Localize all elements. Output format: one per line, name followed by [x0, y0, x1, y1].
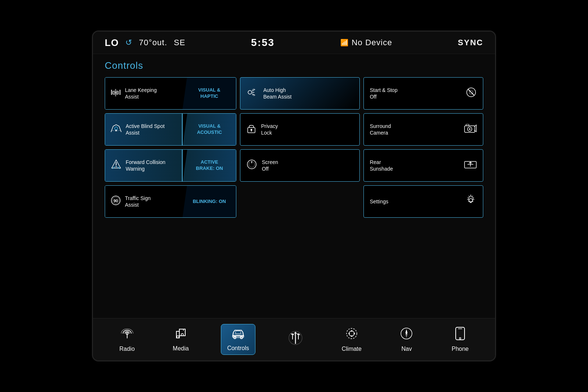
controls-left-column: Lane KeepingAssist VISUAL &HAPTIC [105, 77, 236, 312]
settings-button[interactable]: Settings [363, 185, 483, 218]
maserati-logo-icon [287, 330, 304, 349]
controls-center-column: Auto HighBeam Assist PrivacyLock [240, 77, 360, 312]
header-time: 5:53 [251, 37, 275, 49]
main-screen: LO ↺ 70°out. SE 5:53 📶 No Device SYNC Co… [92, 31, 496, 361]
nav-climate[interactable]: Climate [336, 324, 368, 355]
forward-collision-left: Forward CollisionWarning [105, 150, 183, 181]
svg-rect-4 [115, 95, 116, 96]
start-stop-button[interactable]: Start & StopOff [363, 77, 483, 110]
header-lo: LO [105, 37, 119, 49]
svg-point-14 [248, 90, 252, 94]
nav-controls[interactable]: Controls [221, 324, 255, 355]
surround-camera-button[interactable]: SurroundCamera [363, 113, 483, 146]
nav-radio-label: Radio [119, 346, 135, 352]
svg-point-52 [351, 330, 352, 332]
auto-high-beam-label: Auto HighBeam Assist [263, 87, 291, 100]
svg-point-7 [115, 127, 118, 130]
blind-spot-icon [110, 123, 122, 136]
svg-point-57 [406, 333, 407, 334]
blind-spot-status: VISUAL &ACOUSTIC [183, 114, 236, 145]
blind-spot-left: Active Blind SpotAssist [105, 114, 183, 145]
traffic-sign-left: 90 Traffic SignAssist [105, 186, 183, 217]
climate-icon [345, 327, 359, 343]
rear-sunshade-button[interactable]: RearSunshade [363, 149, 483, 182]
nav-media[interactable]: Media [167, 324, 195, 355]
controls-car-icon [230, 327, 246, 343]
privacy-lock-icon [246, 123, 257, 136]
traffic-sign-status-text: BLINKING: ON [193, 199, 226, 205]
nav-compass-icon [399, 327, 413, 343]
svg-point-21 [251, 129, 252, 131]
page-title: Controls [105, 60, 483, 71]
forward-collision-button[interactable]: Forward CollisionWarning ACTIVEBRAKE: ON [105, 149, 236, 182]
screen-off-label: ScreenOff [262, 159, 278, 172]
svg-rect-6 [114, 92, 118, 93]
nav-phone[interactable]: Phone [446, 324, 474, 355]
svg-point-53 [351, 335, 352, 337]
screen-off-icon [246, 159, 257, 172]
nav-nav-label: Nav [401, 346, 412, 352]
nav-phone-label: Phone [452, 346, 469, 352]
lane-keeping-status-text: VISUAL &HAPTIC [198, 87, 220, 100]
nav-climate-label: Climate [342, 346, 362, 352]
nav-radio[interactable]: Radio [114, 324, 141, 355]
screen-off-button[interactable]: ScreenOff [240, 149, 360, 182]
media-icon [174, 327, 187, 343]
traffic-sign-status: BLINKING: ON [183, 186, 236, 217]
svg-text:90: 90 [114, 199, 118, 203]
controls-grid: Lane KeepingAssist VISUAL &HAPTIC [105, 77, 483, 312]
bt-device-label: No Device [352, 38, 392, 47]
rear-sunshade-icon [464, 159, 477, 172]
header-bar: LO ↺ 70°out. SE 5:53 📶 No Device SYNC [93, 32, 495, 54]
radio-icon [120, 327, 134, 343]
nav-controls-label: Controls [227, 345, 249, 352]
svg-rect-44 [236, 331, 241, 334]
traffic-sign-label: Traffic SignAssist [125, 195, 151, 208]
svg-point-60 [459, 338, 461, 339]
blind-spot-label: Active Blind SpotAssist [126, 123, 165, 136]
surround-camera-icon [464, 123, 477, 136]
lane-keeping-label: Lane KeepingAssist [125, 87, 157, 100]
lane-keeping-button[interactable]: Lane KeepingAssist VISUAL &HAPTIC [105, 77, 236, 110]
surround-camera-label: SurroundCamera [370, 123, 391, 136]
start-stop-icon [465, 86, 477, 101]
header-dir: SE [174, 38, 185, 47]
svg-point-51 [349, 331, 354, 336]
traffic-sign-button[interactable]: 90 Traffic SignAssist BLINKING: ON [105, 185, 236, 218]
privacy-lock-button[interactable]: PrivacyLock [240, 113, 360, 146]
svg-rect-0 [111, 90, 112, 95]
lane-keeping-status: VISUAL &HAPTIC [183, 78, 236, 109]
traffic-sign-icon: 90 [110, 195, 121, 208]
nav-navigation[interactable]: Nav [394, 324, 419, 355]
svg-rect-8 [115, 130, 117, 131]
header-sync: SYNC [458, 38, 483, 47]
rear-sunshade-label: RearSunshade [370, 159, 393, 172]
controls-right-column: Start & StopOff SurroundCamera [363, 77, 483, 312]
svg-point-55 [354, 333, 355, 334]
header-temp: 70°out. [139, 38, 167, 47]
svg-point-30 [469, 128, 471, 130]
nav-maserati[interactable] [282, 327, 309, 352]
svg-line-19 [252, 95, 254, 96]
blind-spot-button[interactable]: Active Blind SpotAssist VISUAL &ACOUSTIC [105, 113, 236, 146]
forward-collision-status-text: ACTIVEBRAKE: ON [196, 159, 223, 172]
settings-label: Settings [370, 198, 388, 205]
auto-high-beam-icon [246, 87, 259, 100]
main-content: Controls [93, 54, 495, 318]
nav-media-label: Media [173, 345, 189, 352]
lane-keeping-icon [110, 87, 121, 100]
header-bluetooth: 📶 No Device [340, 38, 392, 47]
svg-rect-58 [456, 327, 465, 340]
start-stop-label: Start & StopOff [370, 87, 397, 100]
svg-point-54 [348, 333, 350, 334]
auto-high-beam-button[interactable]: Auto HighBeam Assist [240, 77, 360, 110]
settings-icon [465, 194, 477, 209]
bluetooth-icon: 📶 [340, 39, 349, 47]
header-left: LO ↺ 70°out. SE [105, 37, 185, 49]
phone-icon [455, 327, 465, 343]
svg-point-50 [347, 328, 357, 339]
header-arrow-icon: ↺ [125, 38, 132, 47]
svg-rect-2 [115, 89, 116, 90]
svg-point-10 [116, 166, 117, 167]
forward-collision-icon [110, 159, 122, 172]
